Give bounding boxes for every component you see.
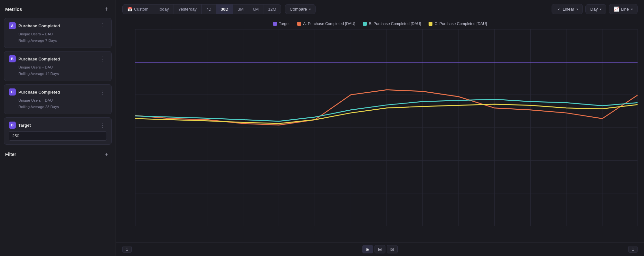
chart-legend: Target A. Purchase Completed [DAU] B. Pu… xyxy=(116,18,644,26)
metric-b-detail: Unique Users – DAU Rolling Average 14 Da… xyxy=(9,64,107,77)
legend-c: C. Purchase Completed [DAU] xyxy=(429,22,487,26)
metric-card-b-header: B Purchase Completed ⋮ xyxy=(9,55,107,62)
line-chart-icon: 📈 xyxy=(614,6,619,12)
metric-card-d: D Target ⋮ xyxy=(4,117,112,145)
linear-label: Linear xyxy=(563,7,574,12)
day-label: Day xyxy=(590,7,598,12)
filter-title: Filter xyxy=(5,152,16,157)
3m-button[interactable]: 3M xyxy=(233,5,248,14)
right-page-button[interactable]: 1 xyxy=(628,246,638,253)
metric-badge-a: A xyxy=(9,22,16,29)
metric-a-name: Purchase Completed xyxy=(18,23,60,28)
legend-a-label: A. Purchase Completed [DAU] xyxy=(303,22,355,26)
grid-view-button[interactable]: ⊟ xyxy=(374,245,385,253)
metric-c-name: Purchase Completed xyxy=(18,90,60,95)
filter-section: Filter + xyxy=(0,151,116,158)
metric-badge-d: D xyxy=(9,122,16,129)
legend-b-dot xyxy=(363,22,367,26)
chart-svg: 300 250 200 150 100 50 0 xyxy=(135,29,638,226)
line-label: Line xyxy=(621,7,629,12)
main-content: 📅Custom Today Yesterday 7D 30D 3M 6M 12M… xyxy=(116,0,644,256)
bottom-bar: 1 ⊞ ⊟ ⊠ 1 xyxy=(116,242,644,256)
custom-button[interactable]: 📅Custom xyxy=(123,5,153,14)
metric-badge-b: B xyxy=(9,55,16,62)
time-range-group: 📅Custom Today Yesterday 7D 30D 3M 6M 12M xyxy=(122,4,281,14)
legend-target: Target xyxy=(273,22,289,26)
series-c-line xyxy=(135,104,638,123)
filter-header: Filter + xyxy=(5,151,110,158)
compare-chevron-icon: ▾ xyxy=(309,7,311,11)
sidebar-title: Metrics xyxy=(5,6,22,12)
metric-a-more-button[interactable]: ⋮ xyxy=(99,23,107,29)
12m-button[interactable]: 12M xyxy=(263,5,280,14)
metric-card-c: C Purchase Completed ⋮ Unique Users – DA… xyxy=(4,84,112,114)
compare-button[interactable]: Compare ▾ xyxy=(285,4,316,14)
7d-button[interactable]: 7D xyxy=(202,5,216,14)
yesterday-button[interactable]: Yesterday xyxy=(174,5,202,14)
legend-a: A. Purchase Completed [DAU] xyxy=(297,22,355,26)
target-value-input[interactable] xyxy=(9,131,107,141)
add-metric-button[interactable]: + xyxy=(103,5,110,13)
today-button[interactable]: Today xyxy=(153,5,174,14)
legend-a-dot xyxy=(297,22,301,26)
add-filter-button[interactable]: + xyxy=(103,151,110,158)
legend-b-label: B. Purchase Completed [DAU] xyxy=(369,22,421,26)
metric-c-detail: Unique Users – DAU Rolling Average 28 Da… xyxy=(9,97,107,110)
sidebar-header: Metrics + xyxy=(0,5,116,18)
metric-a-title-row: A Purchase Completed xyxy=(9,22,60,29)
chart-container: 300 250 200 150 100 50 0 xyxy=(116,26,644,242)
metric-d-more-button[interactable]: ⋮ xyxy=(99,122,107,128)
legend-c-dot xyxy=(429,22,432,26)
metric-c-title-row: C Purchase Completed xyxy=(9,88,60,96)
metric-card-d-header: D Target ⋮ xyxy=(9,122,107,129)
right-controls: ⟋ Linear ▾ Day ▾ 📈 Line ▾ xyxy=(552,4,638,14)
metric-b-title-row: B Purchase Completed xyxy=(9,55,60,62)
metric-card-a: A Purchase Completed ⋮ Unique Users – DA… xyxy=(4,18,112,48)
linear-chart-icon: ⟋ xyxy=(556,6,561,12)
day-button[interactable]: Day ▾ xyxy=(585,4,606,14)
legend-target-dot xyxy=(273,22,277,26)
table-view-button[interactable]: ⊞ xyxy=(362,245,373,253)
metric-card-c-header: C Purchase Completed ⋮ xyxy=(9,88,107,96)
sidebar: Metrics + A Purchase Completed ⋮ Unique … xyxy=(0,0,116,256)
metric-d-name: Target xyxy=(18,123,31,128)
toolbar: 📅Custom Today Yesterday 7D 30D 3M 6M 12M… xyxy=(116,0,644,18)
metric-card-a-header: A Purchase Completed ⋮ xyxy=(9,22,107,29)
view-buttons: ⊞ ⊟ ⊠ xyxy=(362,245,398,253)
metric-a-detail: Unique Users – DAU Rolling Average 7 Day… xyxy=(9,31,107,44)
linear-chevron-icon: ▾ xyxy=(576,7,578,11)
legend-c-label: C. Purchase Completed [DAU] xyxy=(434,22,487,26)
target-input-wrap xyxy=(9,131,107,141)
metric-badge-c: C xyxy=(9,88,16,96)
line-chevron-icon: ▾ xyxy=(631,7,633,11)
metric-d-title-row: D Target xyxy=(9,122,31,129)
linear-button[interactable]: ⟋ Linear ▾ xyxy=(552,4,583,14)
left-page-button[interactable]: 1 xyxy=(122,246,132,253)
30d-button[interactable]: 30D xyxy=(216,5,233,14)
series-b-line xyxy=(135,99,638,121)
compare-label: Compare xyxy=(290,7,307,12)
legend-b: B. Purchase Completed [DAU] xyxy=(363,22,421,26)
metric-b-name: Purchase Completed xyxy=(18,57,60,61)
metric-card-b: B Purchase Completed ⋮ Unique Users – DA… xyxy=(4,51,112,81)
metric-c-more-button[interactable]: ⋮ xyxy=(99,89,107,95)
day-chevron-icon: ▾ xyxy=(600,7,601,11)
line-button[interactable]: 📈 Line ▾ xyxy=(609,4,638,14)
legend-target-label: Target xyxy=(279,22,289,26)
6m-button[interactable]: 6M xyxy=(248,5,263,14)
metric-b-more-button[interactable]: ⋮ xyxy=(99,56,107,62)
list-view-button[interactable]: ⊠ xyxy=(387,245,398,253)
